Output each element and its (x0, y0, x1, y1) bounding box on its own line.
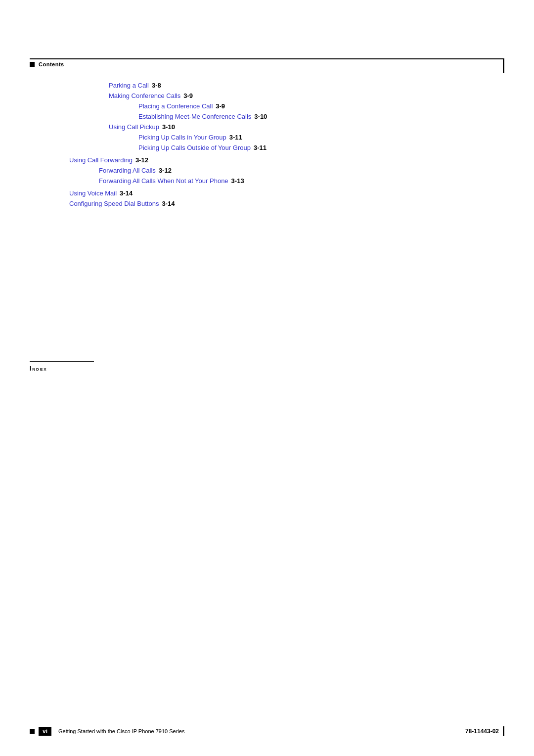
toc-link-speed-dial[interactable]: Configuring Speed Dial Buttons (69, 200, 159, 207)
toc-number-fwd-not-phone: 3-13 (231, 177, 244, 185)
toc-entry-meetme: Establishing Meet-Me Conference Calls 3-… (138, 113, 494, 120)
index-label[interactable]: Index (30, 365, 47, 372)
toc-entry-conference: Making Conference Calls 3-9 (109, 92, 494, 99)
toc-number-pickup-group: 3-11 (229, 134, 242, 141)
footer-left: vi Getting Started with the Cisco IP Pho… (30, 727, 465, 736)
footer-right: 78-11443-02 (465, 726, 504, 736)
toc-link-pickup-group[interactable]: Picking Up Calls in Your Group (138, 134, 226, 141)
footer-doc-number: 78-11443-02 (465, 728, 499, 735)
toc-number-meetme: 3-10 (254, 113, 267, 120)
toc-entry-speed-dial: Configuring Speed Dial Buttons 3-14 (69, 200, 494, 207)
toc-number-placing: 3-9 (216, 102, 225, 110)
toc-link-pickup-outside[interactable]: Picking Up Calls Outside of Your Group (138, 144, 251, 151)
footer-title: Getting Started with the Cisco IP Phone … (58, 728, 184, 734)
toc-number-voicemail: 3-14 (120, 189, 133, 197)
toc-link-meetme[interactable]: Establishing Meet-Me Conference Calls (138, 113, 251, 120)
toc-entry-pickup-outside: Picking Up Calls Outside of Your Group 3… (138, 144, 494, 151)
toc-entry-pickup: Using Call Pickup 3-10 (109, 123, 494, 131)
toc-entry-fwd-not-phone: Forwarding All Calls When Not at Your Ph… (99, 177, 494, 185)
right-bar (503, 58, 504, 73)
toc-number-pickup-outside: 3-11 (254, 144, 267, 151)
index-section: Index (30, 361, 94, 373)
toc-entry-pickup-group: Picking Up Calls in Your Group 3-11 (138, 134, 494, 141)
toc-link-voicemail[interactable]: Using Voice Mail (69, 189, 117, 197)
toc-entry-parking: Parking a Call 3-8 (109, 82, 494, 89)
footer: vi Getting Started with the Cisco IP Pho… (0, 726, 534, 736)
footer-square-icon (30, 729, 35, 734)
toc-container: Parking a Call 3-8 Making Conference Cal… (30, 82, 494, 210)
toc-link-placing[interactable]: Placing a Conference Call (138, 102, 213, 110)
toc-link-conference[interactable]: Making Conference Calls (109, 92, 180, 99)
index-line (30, 361, 94, 362)
footer-right-bar (503, 726, 504, 736)
toc-number-fwd-all: 3-12 (159, 167, 172, 174)
toc-number-conference: 3-9 (183, 92, 193, 99)
toc-link-parking[interactable]: Parking a Call (109, 82, 149, 89)
toc-link-fwd-all[interactable]: Forwarding All Calls (99, 167, 156, 174)
toc-number-pickup: 3-10 (162, 123, 175, 131)
toc-link-pickup[interactable]: Using Call Pickup (109, 123, 159, 131)
footer-page-number: vi (39, 727, 51, 736)
toc-entry-fwd-all: Forwarding All Calls 3-12 (99, 167, 494, 174)
toc-number-speed-dial: 3-14 (162, 200, 175, 207)
toc-entry-forwarding: Using Call Forwarding 3-12 (69, 156, 494, 164)
toc-entry-voicemail: Using Voice Mail 3-14 (69, 189, 494, 197)
toc-link-fwd-not-phone[interactable]: Forwarding All Calls When Not at Your Ph… (99, 177, 228, 185)
header-label: Contents (39, 61, 64, 67)
toc-number-parking: 3-8 (152, 82, 161, 89)
header-bar: Contents (30, 58, 504, 67)
header-square-icon (30, 62, 35, 67)
toc-entry-placing: Placing a Conference Call 3-9 (138, 102, 494, 110)
toc-number-forwarding: 3-12 (135, 156, 148, 164)
toc-link-forwarding[interactable]: Using Call Forwarding (69, 156, 133, 164)
